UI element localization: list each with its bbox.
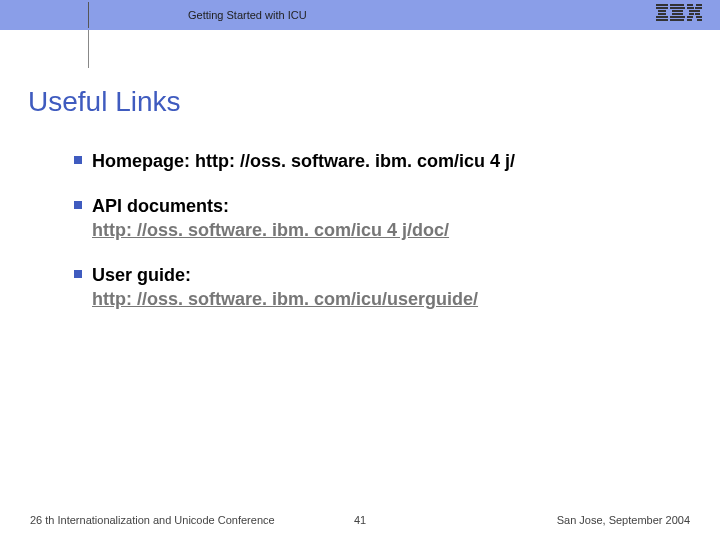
svg-rect-0 [656,4,668,6]
svg-rect-9 [672,13,683,15]
svg-rect-11 [670,19,684,21]
bullet-inline-url: http: //oss. software. ibm. com/icu 4 j/ [195,151,515,171]
bullet-homepage: Homepage: http: //oss. software. ibm. co… [74,150,680,173]
svg-rect-15 [695,7,702,9]
header-bar: Getting Started with ICU [0,0,720,30]
svg-rect-3 [658,13,666,15]
bullet-link[interactable]: http: //oss. software. ibm. com/icu/user… [92,289,478,309]
vertical-rule [88,30,89,68]
svg-rect-4 [656,16,668,18]
content-area: Homepage: http: //oss. software. ibm. co… [74,150,680,333]
svg-rect-7 [670,7,685,9]
footer-left: 26 th Internationalization and Unicode C… [30,514,275,526]
footer-page-number: 41 [354,514,366,526]
bullet-label: API documents: [92,196,229,216]
bullet-api-docs: API documents: http: //oss. software. ib… [74,195,680,242]
svg-rect-6 [670,4,684,6]
svg-rect-10 [670,16,685,18]
header-subtitle: Getting Started with ICU [188,9,307,21]
slide-title: Useful Links [28,86,181,118]
svg-rect-13 [696,4,702,6]
bullet-user-guide: User guide: http: //oss. software. ibm. … [74,264,680,311]
svg-rect-5 [656,19,668,21]
svg-rect-8 [672,10,683,12]
svg-rect-2 [658,10,666,12]
svg-rect-19 [687,16,693,18]
bullet-label: Homepage: [92,151,195,171]
ibm-logo-icon [656,4,702,22]
footer: 26 th Internationalization and Unicode C… [30,514,690,526]
svg-rect-12 [687,4,693,6]
svg-rect-22 [697,19,702,21]
footer-right: San Jose, September 2004 [557,514,690,526]
bullet-link[interactable]: http: //oss. software. ibm. com/icu 4 j/… [92,220,449,240]
svg-rect-21 [687,19,692,21]
header-divider [88,2,89,28]
svg-rect-1 [656,7,668,9]
header-left-spacer [0,0,88,30]
svg-rect-20 [696,16,702,18]
svg-rect-17 [689,13,694,15]
svg-rect-14 [687,7,694,9]
svg-rect-18 [695,13,700,15]
bullet-label: User guide: [92,265,191,285]
svg-rect-16 [689,10,700,12]
